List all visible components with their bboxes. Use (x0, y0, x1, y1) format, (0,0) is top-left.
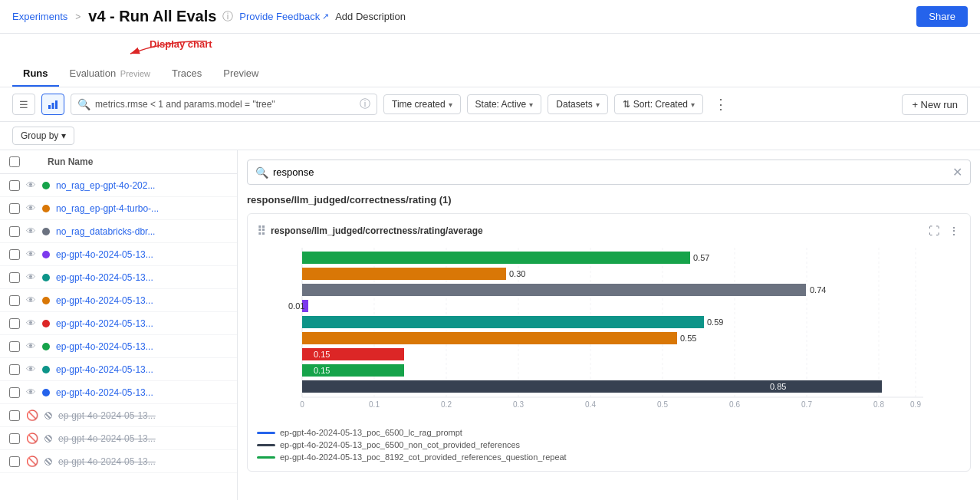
top-header: Experiments > v4 - Run All Evals ⓘ Provi… (0, 0, 980, 34)
chart-section-title: response/llm_judged/correctness/rating (… (247, 194, 971, 206)
run-color-dot (42, 389, 50, 396)
row-checkbox[interactable] (9, 341, 20, 352)
table-row: 👁 no_rag_ep-gpt-4o-202... (0, 174, 237, 197)
table-row: 👁 ep-gpt-4o-2024-05-13... (0, 243, 237, 266)
state-active-filter[interactable]: State: Active ▾ (467, 94, 542, 114)
visibility-icon[interactable]: 👁 (26, 317, 36, 329)
tab-traces[interactable]: Traces (161, 61, 212, 87)
visibility-icon[interactable]: 👁 (26, 387, 36, 398)
info-icon[interactable]: ⓘ (222, 10, 233, 24)
svg-text:0.85: 0.85 (770, 382, 786, 391)
run-name[interactable]: no_rag_ep-gpt-4-turbo-... (56, 203, 159, 214)
visibility-icon[interactable]: 🚫 (26, 456, 38, 467)
run-name[interactable]: no_rag_databricks-dbr... (56, 226, 155, 237)
row-checkbox[interactable] (9, 272, 20, 283)
time-created-filter[interactable]: Time created ▾ (383, 94, 461, 114)
group-by-button[interactable]: Group by ▾ (12, 127, 74, 145)
run-name[interactable]: ep-gpt-4o-2024-05-13... (56, 272, 153, 283)
svg-rect-30 (302, 380, 882, 393)
tab-runs[interactable]: Runs (12, 61, 59, 87)
share-button[interactable]: Share (916, 6, 968, 27)
visibility-icon[interactable]: 👁 (26, 294, 36, 306)
tab-preview[interactable]: Preview (212, 61, 269, 87)
chart-title: ⠿ response/llm_judged/correctness/rating… (257, 224, 483, 238)
run-name[interactable]: ep-gpt-4o-2024-05-13... (58, 456, 156, 467)
datasets-filter[interactable]: Datasets ▾ (548, 94, 607, 114)
svg-text:0.01: 0.01 (288, 301, 304, 311)
search-box: 🔍 ⓘ (71, 94, 377, 115)
row-checkbox[interactable] (9, 226, 20, 237)
chart-actions: ⛶ ⋮ (927, 223, 961, 238)
visibility-icon[interactable]: 🚫 (26, 433, 38, 444)
drag-handle-icon[interactable]: ⠿ (257, 224, 266, 238)
svg-text:0.30: 0.30 (509, 269, 525, 278)
legend-color (257, 456, 275, 459)
visibility-icon[interactable]: 👁 (26, 271, 36, 283)
svg-text:0.15: 0.15 (314, 350, 330, 359)
breadcrumb-experiments[interactable]: Experiments (12, 11, 67, 22)
search-info-icon[interactable]: ⓘ (360, 97, 370, 111)
row-checkbox[interactable] (9, 180, 20, 191)
run-name[interactable]: ep-gpt-4o-2024-05-13... (56, 295, 153, 306)
row-checkbox[interactable] (9, 410, 20, 421)
run-name[interactable]: ep-gpt-4o-2024-05-13... (56, 364, 153, 375)
chevron-down-icon: ▾ (691, 100, 695, 109)
run-name[interactable]: ep-gpt-4o-2024-05-13... (56, 387, 153, 398)
row-checkbox[interactable] (9, 456, 20, 467)
run-name[interactable]: ep-gpt-4o-2024-05-13... (56, 318, 153, 329)
svg-text:0.6: 0.6 (729, 400, 740, 409)
svg-text:0.15: 0.15 (314, 366, 330, 375)
row-checkbox[interactable] (9, 203, 20, 214)
visibility-icon[interactable]: 👁 (26, 225, 36, 237)
new-run-button[interactable]: + New run (902, 94, 968, 115)
page-title: v4 - Run All Evals (88, 8, 216, 25)
svg-text:0.1: 0.1 (369, 400, 380, 409)
bar-chart-svg: 0.57 0.30 0.74 0.01 0.59 0.55 (257, 248, 961, 416)
run-name[interactable]: ep-gpt-4o-2024-05-13... (56, 341, 153, 352)
chevron-down-icon: ▾ (61, 130, 66, 141)
row-checkbox[interactable] (9, 295, 20, 306)
svg-text:0.3: 0.3 (513, 400, 524, 409)
add-description-button[interactable]: Add Description (335, 11, 406, 22)
visibility-icon[interactable]: 👁 (26, 248, 36, 260)
table-row: 🚫 ep-gpt-4o-2024-05-13... (0, 450, 237, 473)
visibility-icon[interactable]: 👁 (26, 363, 36, 375)
svg-rect-2 (52, 103, 54, 109)
svg-rect-14 (302, 252, 690, 264)
sort-icon: ⇅ (623, 99, 630, 110)
row-checkbox[interactable] (9, 249, 20, 260)
visibility-icon[interactable]: 👁 (26, 340, 36, 352)
run-name[interactable]: no_rag_ep-gpt-4o-202... (56, 180, 155, 191)
svg-text:0.57: 0.57 (693, 253, 709, 262)
visibility-icon[interactable]: 👁 (26, 179, 36, 191)
visibility-icon[interactable]: 🚫 (26, 410, 38, 421)
run-name[interactable]: ep-gpt-4o-2024-05-13... (56, 249, 153, 260)
select-all-checkbox[interactable] (9, 156, 20, 167)
visibility-icon[interactable]: 👁 (26, 202, 36, 214)
chart-search-icon: 🔍 (255, 166, 268, 179)
row-checkbox[interactable] (9, 387, 20, 398)
bar-chart-icon (48, 99, 58, 110)
provide-feedback-link[interactable]: Provide Feedback ↗ (239, 11, 329, 22)
run-name[interactable]: ep-gpt-4o-2024-05-13... (58, 433, 156, 444)
secondary-toolbar: Group by ▾ (0, 122, 980, 150)
tab-evaluation[interactable]: Evaluation Preview (59, 61, 161, 87)
chevron-down-icon: ▾ (449, 100, 452, 109)
chart-header: ⠿ response/llm_judged/correctness/rating… (257, 223, 961, 238)
row-checkbox[interactable] (9, 433, 20, 444)
search-input[interactable] (95, 99, 355, 110)
list-view-button[interactable]: ☰ (12, 94, 35, 115)
chart-search-box: 🔍 ✕ (247, 160, 971, 185)
svg-rect-24 (302, 332, 677, 344)
row-checkbox[interactable] (9, 318, 20, 329)
sort-filter[interactable]: ⇅ Sort: Created ▾ (614, 94, 703, 114)
chart-search-input[interactable] (273, 166, 948, 178)
chart-view-button[interactable] (41, 94, 64, 115)
clear-search-icon[interactable]: ✕ (952, 165, 962, 179)
toolbar: ☰ 🔍 ⓘ Time created ▾ State: Active ▾ Dat… (0, 87, 980, 122)
fullscreen-button[interactable]: ⛶ (927, 223, 941, 238)
row-checkbox[interactable] (9, 364, 20, 375)
more-options-button[interactable]: ⋮ (709, 94, 732, 114)
run-name[interactable]: ep-gpt-4o-2024-05-13... (58, 410, 156, 421)
chart-more-button[interactable]: ⋮ (947, 223, 961, 238)
